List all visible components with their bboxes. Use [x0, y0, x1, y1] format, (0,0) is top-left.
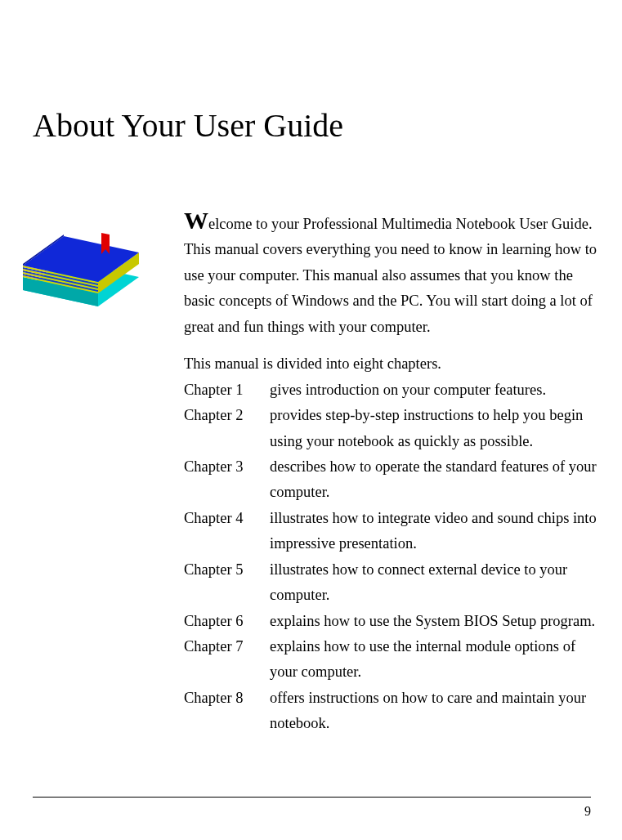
chapter-label: Chapter 8 — [184, 686, 270, 711]
chapter-desc: explains how to use the System BIOS Setu… — [270, 609, 597, 634]
chapter-label: Chapter 4 — [184, 506, 270, 531]
dropcap: W — [184, 207, 208, 234]
chapter-row: Chapter 8 offers instructions on how to … — [184, 686, 597, 737]
chapter-row: Chapter 6 explains how to use the System… — [184, 609, 597, 634]
chapter-row: Chapter 3 describes how to operate the s… — [184, 454, 597, 506]
chapter-label: Chapter 2 — [184, 403, 270, 428]
intro-text: elcome to your Professional Multimedia N… — [184, 216, 597, 335]
chapter-row: Chapter 7 explains how to use the intern… — [184, 634, 597, 686]
footer-divider — [33, 797, 591, 798]
page-title: About Your User Guide — [33, 106, 597, 145]
chapter-label: Chapter 5 — [184, 557, 270, 583]
chapter-label: Chapter 7 — [184, 634, 270, 659]
chapter-list: Chapter 1 gives introduction on your com… — [184, 378, 597, 737]
chapter-row: Chapter 2 provides step-by-step instruct… — [184, 403, 597, 454]
chapter-desc: describes how to operate the standard fe… — [270, 454, 597, 506]
book-icon — [16, 218, 147, 316]
divider-text: This manual is divided into eight chapte… — [184, 351, 597, 377]
chapter-label: Chapter 3 — [184, 454, 270, 480]
chapter-desc: gives introduction on your computer feat… — [270, 378, 597, 403]
chapter-desc: explains how to use the internal module … — [270, 634, 597, 686]
chapter-row: Chapter 4 illustrates how to integrate v… — [184, 506, 597, 557]
chapter-desc: illustrates how to connect external devi… — [270, 557, 597, 609]
chapter-row: Chapter 1 gives introduction on your com… — [184, 378, 597, 403]
chapter-desc: provides step-by-step instructions to he… — [270, 403, 597, 454]
chapter-desc: illustrates how to integrate video and s… — [270, 506, 597, 557]
icon-column — [33, 208, 184, 319]
intro-paragraph: Welcome to your Professional Multimedia … — [184, 208, 597, 340]
text-column: Welcome to your Professional Multimedia … — [184, 208, 597, 737]
chapter-desc: offers instructions on how to care and m… — [270, 686, 597, 737]
content-row: Welcome to your Professional Multimedia … — [33, 208, 597, 737]
chapter-label: Chapter 6 — [184, 609, 270, 634]
chapter-label: Chapter 1 — [184, 378, 270, 403]
chapter-row: Chapter 5 illustrates how to connect ext… — [184, 557, 597, 609]
page-number: 9 — [584, 804, 591, 819]
